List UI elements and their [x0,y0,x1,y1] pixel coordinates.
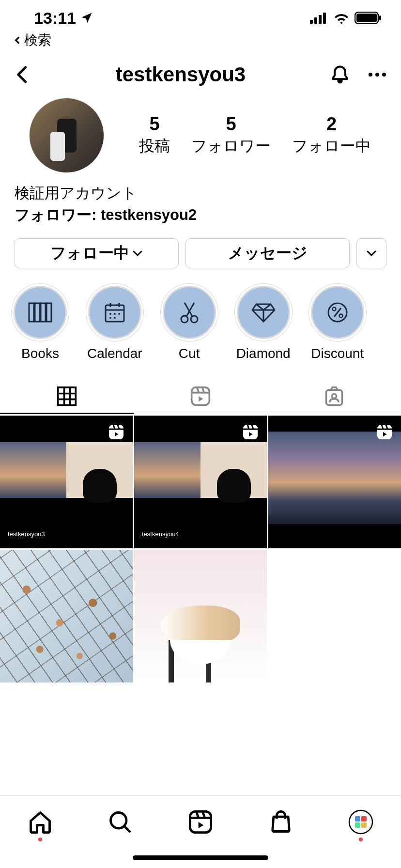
svg-point-21 [109,317,111,319]
bio-name: 検証用アカウント [15,183,386,203]
bio: 検証用アカウント フォロワー: testkensyou2 [0,177,401,235]
more-icon[interactable] [368,72,386,77]
svg-point-8 [375,73,379,77]
message-label: メッセージ [228,243,308,264]
svg-point-18 [109,313,111,315]
svg-point-9 [382,73,386,77]
highlight-diamond[interactable]: Diamond [236,286,291,361]
follower-prefix: フォロワー: [15,206,101,223]
svg-rect-10 [29,303,34,322]
profile-avatar-icon [348,809,373,835]
cellular-icon [310,12,328,24]
calendar-icon [104,301,126,324]
post-cell[interactable] [268,416,401,548]
stat-followers[interactable]: 5 フォロワー [191,114,271,157]
battery-icon [355,12,382,24]
bell-icon[interactable] [329,64,351,85]
location-arrow-icon [80,11,93,25]
reel-badge-icon [108,423,125,441]
post-username: testkensyou4 [142,530,179,538]
tagged-icon [324,386,345,407]
highlights: Books Calendar Cut Diamond Discount [0,282,401,363]
highlight-calendar[interactable]: Calendar [87,286,142,361]
back-to-app[interactable]: 検索 [0,29,401,53]
profile-header: 5 投稿 5 フォロワー 2 フォロー中 [0,96,401,177]
back-icon[interactable] [13,65,32,84]
username-title: testkensyou3 [32,63,329,86]
status-bar: 13:11 [0,0,401,29]
stat-label: フォロー中 [292,136,371,157]
stat-label: 投稿 [139,136,170,157]
post-username: testkensyou3 [8,530,45,538]
avatar[interactable] [29,98,104,173]
nav-shop[interactable] [268,809,293,835]
svg-point-41 [332,394,336,398]
reel-badge-icon [242,423,259,441]
svg-rect-62 [361,816,367,822]
follow-button[interactable]: フォロー中 [15,238,179,268]
post-cell-empty [268,550,401,682]
nav-reels[interactable] [188,809,213,835]
svg-point-29 [339,314,342,317]
notification-dot [359,837,363,841]
svg-rect-61 [355,816,360,822]
profile-nav: testkensyou3 [0,53,401,96]
tab-grid[interactable] [0,379,134,414]
stat-value: 5 [139,114,170,135]
post-cell[interactable] [134,550,267,682]
svg-rect-36 [192,387,210,405]
post-cell[interactable]: testkensyou3 [0,416,133,548]
svg-point-7 [369,73,372,77]
search-icon [108,809,133,835]
svg-point-20 [118,313,120,315]
post-cell[interactable] [0,550,133,682]
action-buttons: フォロー中 メッセージ [0,235,401,282]
notification-dot [38,837,42,841]
wifi-icon [333,12,350,24]
chevron-down-icon [132,250,143,257]
chevron-down-icon [366,250,377,257]
highlight-label: Calendar [87,346,142,361]
tab-reels[interactable] [134,379,267,414]
content-tabs [0,379,401,414]
follow-label: フォロー中 [50,243,129,264]
highlight-label: Discount [311,346,364,361]
svg-rect-56 [190,811,211,832]
stat-following[interactable]: 2 フォロー中 [292,114,371,157]
nav-search[interactable] [108,809,133,835]
svg-rect-50 [377,425,392,439]
svg-point-19 [114,313,116,315]
highlight-label: Diamond [236,346,291,361]
highlight-cut[interactable]: Cut [163,286,216,361]
svg-rect-46 [243,425,258,439]
svg-rect-31 [58,387,76,405]
home-indicator[interactable] [133,855,268,860]
svg-rect-63 [355,822,360,828]
reel-badge-icon [376,423,393,441]
highlight-label: Cut [179,346,200,361]
svg-rect-2 [319,15,322,24]
reels-icon [190,386,211,407]
svg-rect-1 [314,17,317,24]
tab-tagged[interactable] [267,379,401,414]
highlight-discount[interactable]: Discount [311,286,364,361]
highlight-label: Books [21,346,59,361]
svg-rect-0 [310,20,313,24]
nav-home[interactable] [28,809,53,835]
svg-line-30 [334,308,341,317]
stats: 5 投稿 5 フォロワー 2 フォロー中 [133,114,377,157]
stat-posts[interactable]: 5 投稿 [139,114,170,157]
suggest-button[interactable] [356,238,386,268]
stat-value: 5 [191,114,271,135]
svg-point-28 [332,307,336,310]
svg-rect-11 [35,303,40,322]
percent-icon [326,301,349,324]
bio-follower[interactable]: フォロワー: testkensyou2 [15,204,386,225]
svg-rect-3 [323,13,326,24]
message-button[interactable]: メッセージ [185,238,350,268]
post-cell[interactable]: testkensyou4 [134,416,267,548]
reels-icon [188,809,213,835]
nav-profile[interactable] [348,809,373,835]
highlight-books[interactable]: Books [14,286,67,361]
svg-point-23 [181,316,188,323]
